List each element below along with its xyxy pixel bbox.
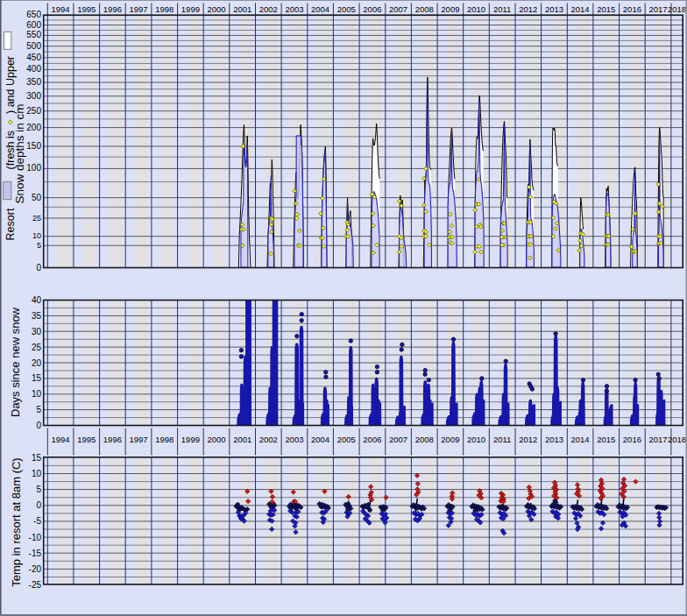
svg-text:2000: 2000: [207, 435, 225, 444]
svg-text:1996: 1996: [103, 435, 122, 444]
svg-text:0: 0: [36, 263, 41, 273]
svg-text:300: 300: [26, 91, 41, 101]
svg-text:2005: 2005: [337, 435, 356, 444]
svg-text:Snow depths in cm: Snow depths in cm: [13, 103, 26, 203]
svg-text:400: 400: [26, 64, 41, 74]
svg-text:1994: 1994: [52, 435, 70, 444]
svg-text:1999: 1999: [181, 4, 200, 14]
svg-text:1995: 1995: [77, 4, 96, 14]
svg-text:35: 35: [32, 311, 42, 321]
svg-text:2018: 2018: [668, 4, 686, 14]
svg-text:50: 50: [32, 193, 42, 202]
svg-text:1994: 1994: [52, 4, 70, 14]
svg-text:2006: 2006: [363, 4, 381, 14]
svg-text:2004: 2004: [311, 4, 329, 14]
svg-text:1998: 1998: [155, 4, 174, 14]
svg-text:550: 550: [26, 30, 41, 39]
svg-text:25: 25: [32, 343, 42, 352]
svg-text:450: 450: [26, 53, 41, 62]
svg-text:0: 0: [36, 421, 41, 430]
svg-text:650: 650: [26, 10, 41, 19]
svg-text:2005: 2005: [337, 4, 356, 14]
svg-text:600: 600: [26, 20, 41, 30]
svg-text:2001: 2001: [233, 4, 251, 14]
svg-text:2015: 2015: [597, 4, 615, 14]
svg-text:150: 150: [26, 141, 41, 151]
svg-text:2014: 2014: [571, 435, 590, 444]
svg-text:1997: 1997: [130, 435, 148, 444]
svg-text:-20: -20: [29, 564, 42, 574]
svg-text:2007: 2007: [389, 435, 407, 444]
svg-text:2007: 2007: [389, 4, 407, 14]
svg-text:2002: 2002: [259, 4, 278, 14]
svg-text:2017: 2017: [649, 4, 668, 14]
svg-text:2014: 2014: [571, 4, 590, 14]
svg-text:2011: 2011: [493, 4, 511, 14]
svg-text:2009: 2009: [441, 435, 459, 444]
svg-text:Temp in resort at 8am (C): Temp in resort at 8am (C): [10, 457, 23, 586]
svg-text:2015: 2015: [597, 435, 615, 444]
svg-text:350: 350: [26, 77, 41, 87]
svg-text:2011: 2011: [493, 435, 511, 444]
svg-text:2016: 2016: [623, 4, 641, 14]
svg-text:2013: 2013: [545, 435, 563, 444]
svg-text:2003: 2003: [285, 435, 303, 444]
svg-text:Days since new snow: Days since new snow: [9, 307, 22, 417]
svg-text:0: 0: [36, 500, 41, 510]
svg-text:2010: 2010: [467, 435, 485, 444]
svg-text:2000: 2000: [207, 4, 225, 14]
svg-text:2017: 2017: [649, 435, 668, 444]
svg-text:2006: 2006: [363, 435, 381, 444]
svg-text:Resort: Resort: [4, 208, 17, 240]
svg-text:-25: -25: [29, 580, 42, 590]
svg-text:250: 250: [26, 106, 41, 116]
svg-text:2001: 2001: [233, 435, 251, 444]
svg-text:2004: 2004: [311, 435, 329, 444]
svg-text:2018: 2018: [668, 435, 686, 444]
svg-text:5: 5: [36, 405, 41, 414]
svg-text:2012: 2012: [519, 4, 537, 14]
svg-text:-15: -15: [29, 549, 42, 558]
svg-text:40: 40: [32, 295, 42, 305]
svg-text:10: 10: [32, 389, 42, 399]
svg-text:5: 5: [36, 485, 41, 494]
svg-text:-10: -10: [29, 533, 42, 542]
svg-text:10: 10: [32, 231, 41, 240]
svg-text:500: 500: [26, 41, 41, 51]
svg-text:2016: 2016: [623, 435, 641, 444]
svg-text:20: 20: [32, 358, 42, 368]
svg-text:5: 5: [37, 241, 41, 250]
svg-text:10: 10: [32, 469, 42, 478]
svg-text:25: 25: [32, 214, 41, 223]
svg-text:2010: 2010: [467, 4, 485, 14]
svg-text:30: 30: [32, 327, 42, 336]
svg-text:1998: 1998: [155, 435, 174, 444]
svg-text:1997: 1997: [130, 4, 148, 14]
svg-text:1999: 1999: [181, 435, 200, 444]
svg-text:1995: 1995: [77, 435, 96, 444]
svg-text:15: 15: [32, 373, 42, 383]
svg-text:2013: 2013: [545, 4, 563, 14]
svg-text:2009: 2009: [441, 4, 459, 14]
svg-text:15: 15: [32, 453, 42, 463]
svg-text:2003: 2003: [285, 4, 303, 14]
svg-text:200: 200: [26, 123, 41, 132]
svg-text:2012: 2012: [519, 435, 537, 444]
svg-text:1996: 1996: [103, 4, 122, 14]
svg-text:2008: 2008: [415, 4, 434, 14]
svg-text:-5: -5: [33, 516, 41, 526]
svg-text:2002: 2002: [259, 435, 278, 444]
svg-text:2008: 2008: [415, 435, 434, 444]
svg-text:100: 100: [26, 163, 41, 173]
